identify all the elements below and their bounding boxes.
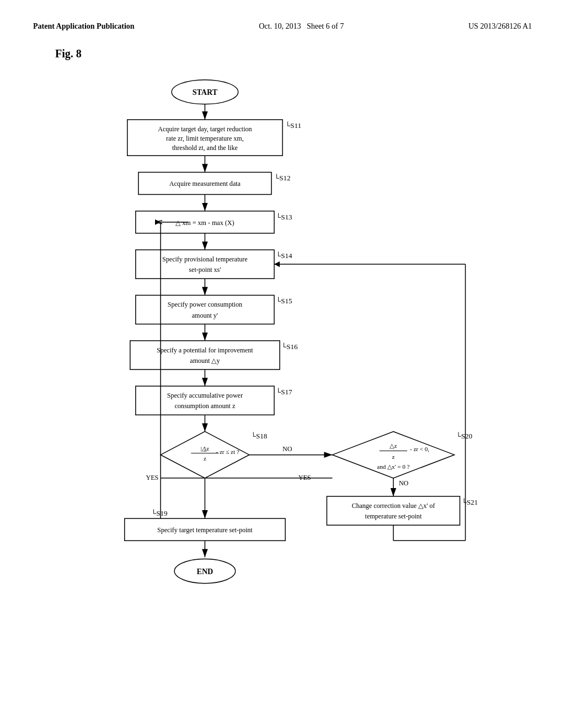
svg-text:└S13: └S13 [276, 213, 292, 221]
svg-text:END: END [197, 567, 214, 576]
svg-text:and △x' = 0 ?: and △x' = 0 ? [377, 463, 409, 470]
svg-text:z: z [392, 453, 395, 460]
svg-text:z: z [204, 455, 206, 462]
svg-text:└S14: └S14 [276, 251, 292, 260]
svg-text:- zr ≤ zt ?: - zr ≤ zt ? [216, 448, 239, 455]
header-center: Oct. 10, 2013 Sheet 6 of 7 [259, 22, 344, 31]
svg-text:△ xm = xm - max (X): △ xm = xm - max (X) [175, 219, 234, 227]
header-right: US 2013/268126 A1 [468, 22, 532, 31]
svg-rect-30 [130, 341, 280, 370]
svg-text:└S18: └S18 [251, 432, 268, 440]
svg-text:Acquire target day, target red: Acquire target day, target reduction [158, 125, 252, 133]
header-date: Oct. 10, 2013 [259, 22, 301, 30]
header-left: Patent Application Publication [33, 22, 135, 31]
svg-text:temperature set-point: temperature set-point [365, 512, 422, 520]
page: Patent Application Publication Oct. 10, … [0, 0, 565, 728]
svg-text:NO: NO [399, 479, 409, 487]
svg-text:└S17: └S17 [276, 388, 292, 396]
svg-text:rate zr, limit temperature xm,: rate zr, limit temperature xm, [166, 135, 244, 142]
svg-text:Specify provisional temperatur: Specify provisional temperature [162, 255, 248, 263]
svg-text:Specify accumulative power: Specify accumulative power [167, 392, 243, 399]
svg-text:Specify a potential for improv: Specify a potential for improvement [157, 346, 253, 354]
svg-text:- zr < 0,: - zr < 0, [410, 446, 429, 452]
svg-text:└S12: └S12 [274, 174, 291, 182]
svg-text:Acquire measurement data: Acquire measurement data [169, 180, 241, 188]
svg-text:└S11: └S11 [285, 121, 301, 130]
svg-text:YES: YES [299, 474, 311, 481]
svg-text:△z: △z [390, 442, 397, 449]
page-header: Patent Application Publication Oct. 10, … [33, 22, 532, 31]
svg-text:Specify power consumption: Specify power consumption [168, 301, 242, 308]
svg-text:└S21: └S21 [461, 498, 478, 506]
svg-text:amount y': amount y' [192, 312, 218, 319]
svg-rect-20 [136, 250, 274, 279]
svg-text:threshold zt, and the like: threshold zt, and the like [172, 144, 238, 152]
svg-text:Specify target temperature set: Specify target temperature set-point [157, 526, 253, 534]
svg-text:YES: YES [146, 474, 159, 481]
svg-marker-72 [274, 261, 280, 267]
svg-text:└S15: └S15 [276, 297, 292, 305]
svg-rect-35 [136, 386, 274, 415]
svg-rect-25 [136, 295, 274, 324]
svg-text:NO: NO [282, 445, 292, 453]
flowchart: text { font-family: 'Times New Roman', T… [33, 71, 532, 678]
svg-text:START: START [193, 88, 218, 97]
figure-label: Fig. 8 [55, 47, 532, 60]
svg-text:amount △y: amount △y [190, 357, 220, 365]
svg-text:└S16: └S16 [281, 342, 298, 351]
svg-text:set-point xs': set-point xs' [189, 266, 221, 274]
svg-text:|: | [204, 445, 205, 452]
header-sheet: Sheet 6 of 7 [307, 22, 344, 30]
flowchart-svg: text { font-family: 'Times New Roman', T… [33, 71, 532, 678]
svg-text:consumption amount z: consumption amount z [175, 402, 236, 410]
svg-rect-64 [327, 496, 460, 525]
svg-text:└S20: └S20 [456, 432, 472, 440]
svg-text:└S19: └S19 [151, 509, 168, 517]
svg-text:Change correction value △x' of: Change correction value △x' of [351, 502, 435, 510]
